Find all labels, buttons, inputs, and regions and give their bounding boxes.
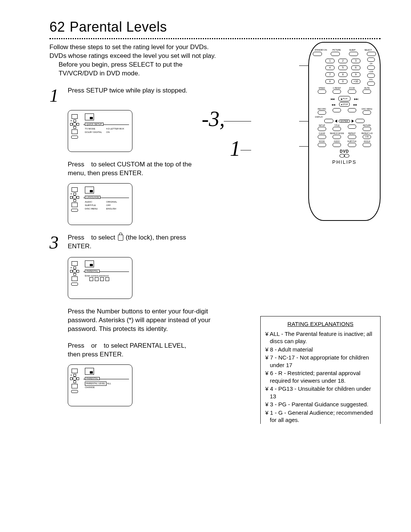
password-boxes	[89, 277, 109, 281]
remote-row-clear: CLEAR SEARCH MODE REPEAT REPEAT A-BA-B	[314, 132, 374, 139]
osd-tab: PARENTAL	[85, 270, 100, 273]
remote-ch-vol: CH +100 VOL	[366, 58, 376, 86]
osd-tab: LANGUAGE	[85, 196, 100, 199]
lock-icon	[118, 235, 123, 241]
step-text: Pressto select (the lock), then press EN…	[68, 233, 186, 251]
divider	[49, 38, 381, 39]
osd-tab: PARENTAL	[85, 377, 100, 380]
ratings-item: 6 - R - Restricted; parental approval re…	[265, 369, 376, 384]
osd-tab: QUICK SETUP	[85, 123, 104, 126]
intro-text: Follow these steps to set the rating lev…	[49, 43, 232, 78]
pointer-line	[299, 66, 309, 66]
remote-brand: PHILIPS	[313, 159, 376, 165]
remote-display-label: DISPLAY	[315, 116, 374, 118]
step-number: 3	[49, 233, 68, 252]
dvd-logo: DVD	[313, 149, 376, 158]
osd-values: TV MODE4:3 LETTER BOX DOLBY DIGITALON	[85, 127, 124, 134]
ratings-header: RATING EXPLANATIONS	[265, 320, 376, 328]
page-heading: Parental Levels	[70, 19, 167, 35]
pointer-line	[299, 121, 309, 121]
ratings-item: 3 - PG - Parental Guidance suggested.	[265, 401, 376, 408]
remote-row-mode: MODE AUDIO SUBTITLE ANGLE	[314, 140, 374, 147]
callout-number: -3,	[202, 107, 225, 131]
rating-explanations: RATING EXPLANATIONS ALL - The Parental f…	[260, 316, 381, 424]
remote-row-record: RECORD DISC MENU	[314, 108, 374, 115]
page-title: 62Parental Levels	[49, 19, 381, 35]
osd-values: AUDIOORIGINAL SUBTITLEOFF DISC MENUENGLI…	[85, 200, 117, 211]
ratings-list: ALL - The Parental feature is inactive; …	[265, 330, 376, 424]
ratings-item: 8 - Adult material	[265, 346, 376, 353]
callout-line	[224, 121, 251, 121]
osd-language: LANGUAGE AUDIOORIGINAL SUBTITLEOFF DISC …	[68, 183, 132, 225]
osd-parental-level: PARENTAL PARENTAL LEVEL ALL CHANGE	[68, 364, 132, 406]
intro-before: Before you begin, press SELECT to put th…	[59, 61, 232, 69]
play-button: ▶ PLAY	[338, 96, 350, 101]
step-text: Pressorto select PARENTAL LEVEL, then pr…	[68, 342, 186, 359]
remote-diagram: STANDBY-ONPICTURESLEEPSELECT 123 456 789…	[308, 42, 381, 221]
step-text: Press the Number buttons to enter your f…	[68, 307, 231, 334]
intro-line: DVDs whose ratings exceed the level you …	[49, 52, 216, 59]
callout-number: 1	[230, 136, 241, 161]
ratings-item: 1 - G - General Audience; recommended fo…	[265, 409, 376, 424]
step-text: Press SETUP twice while play is stopped.	[68, 86, 187, 95]
remote-enter-row: ENTER	[313, 119, 376, 123]
remote-row-speed: SPEED C.RESET ZOOM MUTE	[314, 87, 374, 94]
step-3: 3 Pressto select (the lock), then press …	[49, 233, 381, 252]
osd-values: PARENTAL LEVEL ALL CHANGE	[85, 382, 111, 389]
remote-top-labels: STANDBY-ONPICTURESLEEPSELECT	[313, 49, 376, 51]
osd-parental-password: PARENTAL Enter current password.	[68, 257, 132, 299]
remote-transport: |◀◀ ▶ PLAY ▶▶| ◀◀■ STOP▶▶	[313, 96, 376, 107]
osd-quick-setup: QUICK SETUP TV MODE4:3 LETTER BOX DOLBY …	[68, 110, 132, 152]
pointer-line	[299, 146, 309, 147]
remote-number-pad: 123 456 789 II0+10	[325, 58, 360, 85]
manual-page: 62Parental Levels Follow these steps to …	[0, 0, 411, 424]
ratings-item: 4 - PG13 - Unsuitable for children under…	[265, 385, 376, 400]
callout-line	[241, 150, 251, 150]
remote-row-setup: SETUP TITLE RETURN	[314, 124, 374, 131]
step-text: Pressto select CUSTOM at the top of the …	[68, 160, 192, 178]
intro-line: Follow these steps to set the rating lev…	[49, 43, 209, 51]
ratings-item: ALL - The Parental feature is inactive; …	[265, 330, 376, 345]
page-number: 62	[49, 19, 65, 35]
intro-before: TV/VCR/DVD in DVD mode.	[59, 69, 232, 78]
step-number: 1	[49, 86, 68, 105]
ratings-item: 7 - NC-17 - Not appropriate for children…	[265, 354, 376, 369]
